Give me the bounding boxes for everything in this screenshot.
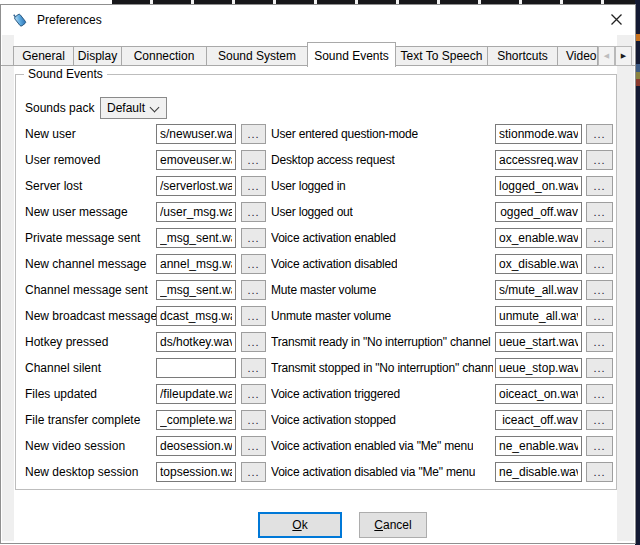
tab-sound-system[interactable]: Sound System <box>206 46 308 66</box>
event-row: Voice activation triggered ... <box>16 384 616 404</box>
close-button[interactable] <box>605 9 627 29</box>
sound-file-input[interactable] <box>495 124 582 144</box>
sound-file-input[interactable] <box>495 202 582 222</box>
dialog-right-margin <box>617 35 634 541</box>
browse-button[interactable]: ... <box>586 202 613 222</box>
sound-events-group: Sound Events Sounds pack Default New use… <box>15 74 617 490</box>
event-label: Voice activation enabled via "Me" menu <box>271 436 473 456</box>
sound-file-input[interactable] <box>495 462 582 482</box>
event-row: Transmit stopped in "No interruption" ch… <box>16 358 616 378</box>
browse-button[interactable]: ... <box>586 124 613 144</box>
browse-button[interactable]: ... <box>586 436 613 456</box>
tab-scroll-left-button[interactable]: ◀ <box>598 46 615 66</box>
event-row: Mute master volume ... <box>16 280 616 300</box>
tab-connection[interactable]: Connection <box>121 46 207 66</box>
sound-file-input[interactable] <box>495 280 582 300</box>
tab-general[interactable]: General <box>13 46 74 66</box>
browse-button[interactable]: ... <box>586 254 613 274</box>
sound-file-input[interactable] <box>495 254 582 274</box>
app-icon <box>12 11 29 28</box>
close-icon <box>610 13 623 26</box>
cancel-button-label: C <box>374 518 383 532</box>
event-label: Mute master volume <box>271 280 376 300</box>
browse-button[interactable]: ... <box>586 384 613 404</box>
browse-button[interactable]: ... <box>586 150 613 170</box>
sounds-pack-label: Sounds pack <box>25 97 94 119</box>
tab-display[interactable]: Display <box>73 46 122 66</box>
browse-button[interactable]: ... <box>586 358 613 378</box>
event-row: Voice activation enabled ... <box>16 228 616 248</box>
browse-button[interactable]: ... <box>586 176 613 196</box>
chevron-down-icon <box>150 103 160 113</box>
tab-video[interactable]: Video <box>557 46 598 66</box>
sound-file-input[interactable] <box>495 410 582 430</box>
dialog-left-margin <box>2 35 14 541</box>
browse-button[interactable]: ... <box>586 306 613 326</box>
ok-button-label: O <box>292 518 301 532</box>
tab-scroll-right-button[interactable]: ▶ <box>615 46 632 66</box>
event-label: Voice activation enabled <box>271 228 396 248</box>
event-label: Transmit stopped in "No interruption" ch… <box>271 358 493 378</box>
event-label: Voice activation disabled <box>271 254 397 274</box>
tab-text-to-speech[interactable]: Text To Speech <box>395 46 488 66</box>
event-label: Desktop access request <box>271 150 395 170</box>
event-row: User logged out ... <box>16 202 616 222</box>
event-label: Voice activation triggered <box>271 384 400 404</box>
browse-button[interactable]: ... <box>586 332 613 352</box>
event-label: User entered question-mode <box>271 124 418 144</box>
sounds-pack-select[interactable]: Default <box>100 97 167 119</box>
event-label: User logged in <box>271 176 346 196</box>
sound-file-input[interactable] <box>495 228 582 248</box>
sound-file-input[interactable] <box>495 332 582 352</box>
browse-button[interactable]: ... <box>586 462 613 482</box>
browse-button[interactable]: ... <box>586 228 613 248</box>
event-label: User logged out <box>271 202 353 222</box>
event-row: Voice activation stopped ... <box>16 410 616 430</box>
preferences-dialog: Preferences GeneralDisplayConnectionSoun… <box>0 4 636 544</box>
sound-file-input[interactable] <box>495 358 582 378</box>
event-row: Desktop access request ... <box>16 150 616 170</box>
cancel-button[interactable]: Cancel <box>359 512 427 538</box>
event-label: Voice activation stopped <box>271 410 396 430</box>
browse-button[interactable]: ... <box>586 280 613 300</box>
titlebar[interactable]: Preferences <box>1 5 635 35</box>
group-title: Sound Events <box>24 67 107 82</box>
browse-button[interactable]: ... <box>586 410 613 430</box>
window-title: Preferences <box>37 5 102 35</box>
sound-file-input[interactable] <box>495 150 582 170</box>
tab-sound-events[interactable]: Sound Events <box>307 42 396 67</box>
sound-file-input[interactable] <box>495 384 582 404</box>
event-label: Unmute master volume <box>271 306 391 326</box>
screen: Preferences GeneralDisplayConnectionSoun… <box>0 0 640 545</box>
event-label: Voice activation disabled via "Me" menu <box>271 462 475 482</box>
event-row: Voice activation disabled via "Me" menu … <box>16 462 616 482</box>
event-row: Voice activation enabled via "Me" menu .… <box>16 436 616 456</box>
sound-file-input[interactable] <box>495 176 582 196</box>
event-row: Unmute master volume ... <box>16 306 616 326</box>
tab-shortcuts[interactable]: Shortcuts <box>487 46 558 66</box>
ok-button[interactable]: Ok <box>258 512 342 538</box>
event-row: Voice activation disabled ... <box>16 254 616 274</box>
event-row: User entered question-mode ... <box>16 124 616 144</box>
sound-file-input[interactable] <box>495 306 582 326</box>
sound-file-input[interactable] <box>495 436 582 456</box>
event-row: User logged in ... <box>16 176 616 196</box>
event-row: Transmit ready in "No interruption" chan… <box>16 332 616 352</box>
sounds-pack-value: Default <box>107 98 145 118</box>
event-label: Transmit ready in "No interruption" chan… <box>271 332 491 352</box>
